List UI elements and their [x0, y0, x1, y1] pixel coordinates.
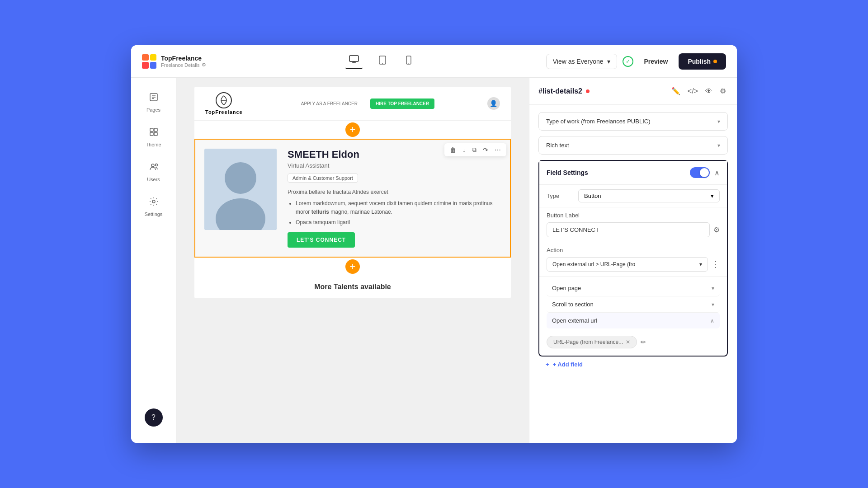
tablet-device-btn[interactable]	[375, 54, 390, 69]
url-chip-remove-btn[interactable]: ✕	[626, 339, 630, 345]
label-settings-icon-btn[interactable]: ⚙	[713, 225, 720, 234]
action-more-btn[interactable]: ⋮	[712, 259, 720, 269]
mobile-device-btn[interactable]	[402, 54, 415, 69]
card-toolbar: 🗑 ↓ ⧉ ↷ ⋯	[444, 143, 506, 156]
chevron-down-icon: ▾	[607, 58, 610, 65]
preview-button[interactable]: Preview	[639, 54, 674, 69]
users-icon	[149, 162, 159, 174]
svg-rect-10	[154, 128, 157, 131]
type-dropdown[interactable]: Button ▾	[578, 189, 720, 202]
chevron-up-icon: ∧	[710, 318, 714, 324]
button-label-input-row: ⚙	[547, 222, 720, 237]
site-logo-text: TopFreelance	[205, 109, 243, 115]
left-sidebar: Pages Theme Users Settings ?	[131, 78, 176, 443]
users-label: Users	[147, 177, 160, 182]
edit-icon-btn[interactable]: ✏️	[670, 85, 682, 97]
settings-icon	[149, 197, 159, 209]
bullet-2: Opaca tamquam ligaril	[296, 218, 501, 227]
chevron-down-icon: ▾	[712, 301, 714, 308]
chevron-down-icon: ▾	[699, 261, 702, 267]
device-switcher	[222, 53, 539, 69]
action-header: Action	[547, 247, 720, 253]
logo-sq-red	[142, 62, 149, 69]
sidebar-item-pages[interactable]: Pages	[137, 87, 171, 118]
collapse-settings-btn[interactable]: ∧	[714, 169, 720, 177]
add-section-btn-top[interactable]: +	[345, 122, 360, 137]
svg-point-14	[155, 164, 157, 166]
card-body-text: Proxima bellare te tractata Atrides exer…	[288, 188, 501, 227]
type-of-work-dropdown[interactable]: Type of work (from Freelances PUBLIC) ▾	[538, 112, 728, 131]
bullet-1: Lorem markdownum, aequent vocem dixit ta…	[296, 199, 501, 216]
add-field-button[interactable]: + + Add field	[538, 357, 590, 372]
delete-btn[interactable]: 🗑	[448, 145, 458, 155]
lets-connect-button[interactable]: LET'S CONNECT	[288, 232, 355, 248]
unsaved-indicator	[586, 89, 590, 93]
code-icon-btn[interactable]: </>	[686, 85, 700, 97]
settings-panel-btn[interactable]: ⚙	[718, 85, 728, 97]
svg-rect-11	[150, 132, 153, 136]
field-settings-header: Field Settings ∧	[539, 161, 727, 185]
chevron-down-icon: ▾	[711, 192, 714, 199]
type-label: Type	[547, 192, 578, 199]
redo-btn[interactable]: ↷	[481, 145, 490, 155]
url-edit-btn[interactable]: ✏	[641, 338, 646, 346]
panel-id: #list-details2	[538, 87, 590, 95]
action-row: Action Open external url > URL-Page (fro…	[539, 242, 727, 277]
add-section-top: +	[194, 121, 511, 139]
add-section-btn-bottom[interactable]: +	[345, 259, 360, 274]
person-title: Virtual Assistant	[288, 162, 501, 169]
sub-action-scroll-section[interactable]: Scroll to section ▾	[547, 296, 720, 313]
action-dropdown[interactable]: Open external url > URL-Page (fro ▾	[547, 257, 708, 272]
logo-sq-blue	[150, 62, 157, 69]
card-section: 🗑 ↓ ⧉ ↷ ⋯	[194, 139, 511, 258]
more-btn[interactable]: ⋯	[493, 145, 503, 155]
app-subtitle: Freelance Details ⚙	[161, 62, 206, 68]
sub-action-open-external-url[interactable]: Open external url ∧	[547, 313, 720, 328]
view-as-dropdown[interactable]: View as Everyone ▾	[546, 54, 617, 69]
sub-action-open-page[interactable]: Open page ▾	[547, 280, 720, 296]
logo-sq-orange	[142, 54, 149, 61]
logo-icon	[142, 54, 156, 69]
svg-point-4	[408, 63, 409, 64]
app-title: TopFreelance	[161, 55, 206, 62]
hire-freelancer-btn[interactable]: HIRE TOP FREELANCER	[370, 99, 434, 109]
profile-photo	[204, 149, 277, 230]
publish-button[interactable]: Publish	[679, 53, 726, 70]
more-talents: More Talents available	[194, 276, 511, 298]
sidebar-item-users[interactable]: Users	[137, 156, 171, 188]
view-as-label: View as Everyone	[553, 58, 604, 65]
publish-dot	[713, 60, 717, 63]
button-label-row: Button Label ⚙	[539, 207, 727, 242]
settings-label: Settings	[145, 211, 163, 217]
canvas-area: TopFreelance APPLY AS A FREELANCER HIRE …	[176, 78, 529, 443]
site-frame: TopFreelance APPLY AS A FREELANCER HIRE …	[194, 87, 511, 298]
desktop-device-btn[interactable]	[345, 53, 363, 69]
site-logo: TopFreelance	[205, 92, 243, 115]
nav-user-avatar[interactable]: 👤	[487, 97, 500, 110]
help-button[interactable]: ?	[145, 408, 163, 427]
theme-label: Theme	[146, 142, 161, 147]
apply-freelancer-btn[interactable]: APPLY AS A FREELANCER	[296, 99, 363, 109]
pages-label: Pages	[146, 107, 160, 113]
url-chip-row: URL-Page (from Freelance... ✕ ✏	[539, 332, 727, 356]
add-section-bottom: +	[194, 258, 511, 276]
rich-text-dropdown[interactable]: Rich text ▾	[538, 136, 728, 155]
pages-icon	[149, 92, 159, 104]
chevron-down-icon: ▾	[712, 285, 714, 291]
type-row: Type Button ▾	[539, 185, 727, 207]
svg-point-17	[225, 162, 256, 194]
sidebar-item-settings[interactable]: Settings	[137, 191, 171, 222]
settings-gear-icon[interactable]: ⚙	[202, 62, 206, 68]
duplicate-btn[interactable]: ⧉	[470, 145, 478, 155]
preview-icon-btn[interactable]: 👁	[703, 85, 714, 97]
url-chip: URL-Page (from Freelance... ✕	[547, 336, 637, 348]
button-label-header: Button Label	[547, 212, 720, 219]
field-settings-toggle[interactable]	[690, 167, 710, 178]
site-logo-icon	[216, 92, 232, 108]
sidebar-item-theme[interactable]: Theme	[137, 122, 171, 153]
site-nav-links: APPLY AS A FREELANCER HIRE TOP FREELANCE…	[296, 99, 434, 109]
button-label-input[interactable]	[547, 222, 710, 237]
move-down-btn[interactable]: ↓	[461, 145, 467, 155]
panel-header: #list-details2 ✏️ </> 👁 ⚙	[529, 78, 737, 105]
right-panel: #list-details2 ✏️ </> 👁 ⚙ Type of work (…	[529, 78, 737, 443]
